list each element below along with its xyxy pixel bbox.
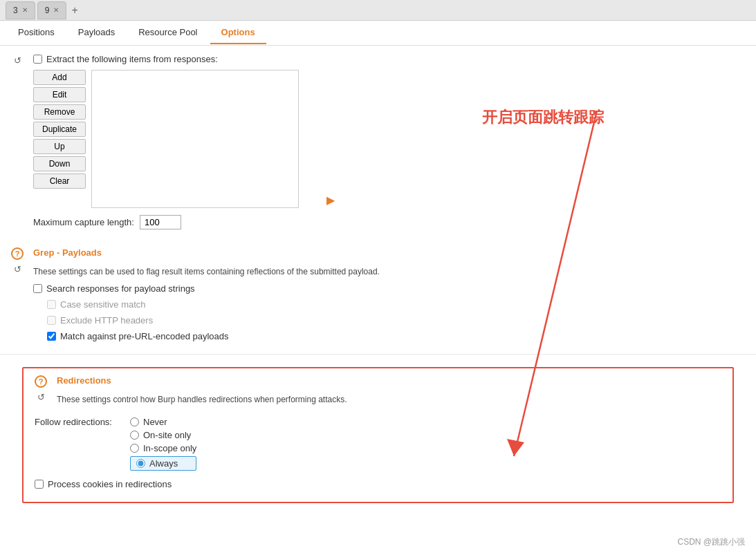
follow-redirections-label: Follow redirections:: [35, 417, 125, 427]
radio-inscope[interactable]: [130, 444, 139, 453]
redirections-title: Redirections: [57, 375, 111, 386]
duplicate-button[interactable]: Duplicate: [33, 122, 86, 137]
case-sensitive-checkbox-label[interactable]: Case sensitive match: [47, 299, 745, 310]
grep-payloads-title: Grep - Payloads: [33, 247, 745, 258]
remove-button[interactable]: Remove: [33, 104, 86, 120]
up-button[interactable]: Up: [33, 139, 86, 154]
new-tab-button[interactable]: +: [68, 4, 80, 17]
down-button[interactable]: Down: [33, 156, 86, 171]
tab-resource-pool[interactable]: Resource Pool: [127, 21, 208, 44]
help-icon-redirections[interactable]: ?: [35, 375, 47, 388]
add-button[interactable]: Add: [33, 70, 86, 85]
main-content: ↺ Extract the following items from respo…: [0, 46, 756, 555]
redirections-wrapper: ? Redirections ↺ These settings control …: [0, 355, 756, 516]
match-pre-url-checkbox[interactable]: [47, 332, 56, 341]
grep-sub-options: Case sensitive match Exclude HTTP header…: [47, 299, 745, 341]
watermark: CSDN @跳跳小强: [677, 536, 745, 548]
exclude-http-checkbox-label[interactable]: Exclude HTTP headers: [47, 315, 745, 326]
extract-checkbox-label[interactable]: Extract the following items from respons…: [33, 54, 745, 64]
extract-controls: Add Edit Remove Duplicate Up Down Clear: [33, 70, 745, 208]
redirections-radio-group: Never On-site only In-scope only Al: [130, 417, 196, 471]
grep-payloads-section: ? Grep - Payloads ↺ These settings can b…: [0, 241, 756, 355]
grep-payloads-desc: These settings can be used to flag resul…: [33, 265, 745, 278]
tab-top-3-label: 3: [13, 6, 18, 15]
extract-button-list: Add Edit Remove Duplicate Up Down Clear: [33, 70, 86, 208]
tab-top-3[interactable]: 3 ✕: [6, 1, 35, 19]
extract-checkbox[interactable]: [33, 55, 42, 64]
process-cookies-checkbox[interactable]: [35, 480, 44, 489]
match-pre-url-checkbox-label[interactable]: Match against pre-URL-encoded payloads: [47, 331, 745, 341]
redirections-desc: These settings control how Burp handles …: [57, 393, 347, 406]
exclude-http-checkbox[interactable]: [47, 316, 56, 325]
reset-icon-extract[interactable]: ↺: [11, 54, 24, 66]
radio-onsite-label[interactable]: On-site only: [130, 430, 196, 440]
extract-section: ↺ Extract the following items from respo…: [0, 46, 756, 241]
radio-onsite[interactable]: [130, 431, 139, 440]
search-responses-checkbox[interactable]: [33, 284, 42, 293]
tab-options[interactable]: Options: [210, 21, 266, 44]
tab-top-3-close[interactable]: ✕: [22, 6, 28, 14]
tab-top-9[interactable]: 9 ✕: [37, 1, 67, 19]
max-capture-input[interactable]: [140, 215, 181, 229]
redirections-section: ? Redirections ↺ These settings control …: [22, 367, 734, 503]
top-tab-bar: 3 ✕ 9 ✕ +: [0, 0, 756, 21]
clear-button[interactable]: Clear: [33, 173, 86, 189]
max-capture-row: Maximum capture length:: [33, 215, 745, 229]
radio-never-label[interactable]: Never: [130, 417, 196, 427]
radio-always[interactable]: [136, 459, 145, 468]
case-sensitive-checkbox[interactable]: [47, 300, 56, 309]
search-responses-checkbox-label[interactable]: Search responses for payload strings: [33, 283, 745, 294]
reset-icon-grep[interactable]: ↺: [11, 263, 24, 275]
tab-payloads[interactable]: Payloads: [67, 21, 126, 44]
radio-never[interactable]: [130, 417, 139, 426]
nav-tab-bar: Positions Payloads Resource Pool Options: [0, 21, 756, 46]
tab-top-9-close[interactable]: ✕: [53, 6, 59, 14]
radio-always-label[interactable]: Always: [130, 456, 196, 471]
extract-list-area: [91, 70, 299, 208]
edit-button[interactable]: Edit: [33, 87, 86, 102]
max-capture-label: Maximum capture length:: [33, 217, 134, 227]
follow-redirections-row: Follow redirections: Never On-site only: [35, 417, 721, 471]
process-cookies-label[interactable]: Process cookies in redirections: [35, 479, 721, 489]
radio-inscope-label[interactable]: In-scope only: [130, 443, 196, 453]
reset-icon-redirections[interactable]: ↺: [35, 391, 47, 403]
help-icon-grep[interactable]: ?: [11, 247, 24, 260]
tab-top-9-label: 9: [45, 6, 50, 15]
tab-positions[interactable]: Positions: [7, 21, 66, 44]
